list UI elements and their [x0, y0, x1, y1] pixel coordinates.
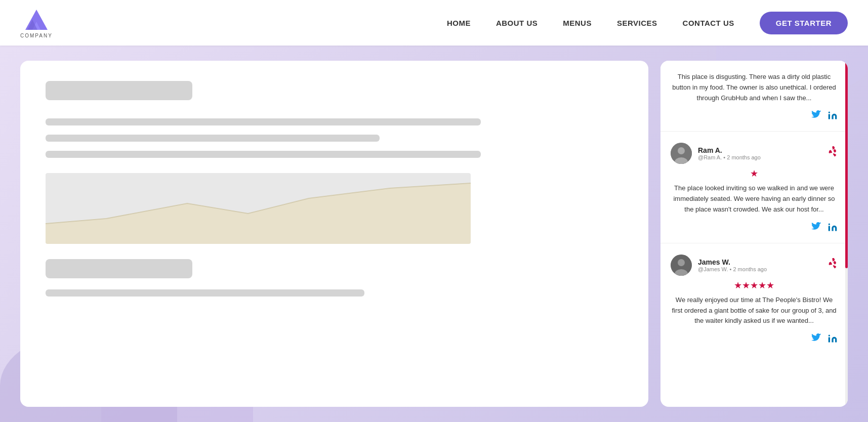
nav-contact[interactable]: CONTACT US: [683, 19, 734, 27]
review-2-avatar: [671, 143, 692, 164]
review-3-linkedin-icon[interactable]: [828, 333, 838, 346]
review-card-2: Ram A. @Ram A. • 2 months ago ★ The plac…: [660, 132, 848, 243]
review-card-1: This place is disgusting. There was a di…: [660, 61, 848, 132]
review-1-twitter-icon[interactable]: [811, 110, 821, 123]
review-3-text: We really enjoyed our time at The People…: [671, 295, 838, 326]
skeleton-title-bar-2: [46, 259, 192, 278]
review-2-text: The place looked inviting so we walked i…: [671, 183, 838, 215]
review-3-handle: @James W. • 2 months ago: [698, 266, 820, 272]
skeleton-title-bar: [46, 81, 192, 100]
review-2-twitter-icon[interactable]: [811, 222, 821, 235]
review-3-twitter-icon[interactable]: [811, 333, 821, 346]
svg-marker-3: [46, 183, 471, 244]
review-card-3: James W. @James W. • 2 months ago ★★★★★ …: [660, 243, 848, 354]
review-3-name: James W.: [698, 258, 820, 266]
nav-links: HOME ABOUT US MENUS SERVICES CONTACT US …: [447, 12, 848, 34]
review-2-header: Ram A. @Ram A. • 2 months ago: [671, 143, 838, 164]
logo-text: COMPANY: [20, 33, 53, 38]
review-2-stars: ★: [671, 168, 838, 179]
skeleton-line-1: [46, 118, 481, 125]
review-2-share-row: [671, 222, 838, 235]
nav-home[interactable]: HOME: [447, 19, 471, 27]
review-1-text: This place is disgusting. There was a di…: [671, 72, 838, 103]
svg-point-5: [678, 147, 685, 154]
get-starter-button[interactable]: GET STARTER: [760, 12, 848, 34]
reviews-panel: This place is disgusting. There was a di…: [660, 61, 848, 407]
main-content-card: [20, 61, 648, 407]
page-body: This place is disgusting. There was a di…: [0, 46, 868, 422]
nav-services[interactable]: SERVICES: [617, 19, 657, 27]
review-3-stars: ★★★★★: [671, 280, 838, 291]
nav-about[interactable]: ABOUT US: [496, 19, 538, 27]
scroll-thumb[interactable]: [845, 61, 848, 268]
navbar: COMPANY HOME ABOUT US MENUS SERVICES CON…: [0, 0, 868, 46]
review-2-yelp-icon: [826, 146, 838, 160]
review-3-avatar: [671, 255, 692, 276]
review-3-yelp-icon: [826, 258, 838, 272]
logo[interactable]: COMPANY: [20, 8, 53, 38]
chart-svg: [46, 173, 471, 244]
review-2-name: Ram A.: [698, 146, 820, 154]
logo-icon: [23, 8, 50, 32]
skeleton-line-3: [46, 151, 481, 158]
skeleton-line-4: [46, 289, 364, 297]
svg-point-8: [678, 259, 685, 266]
review-3-header: James W. @James W. • 2 months ago: [671, 255, 838, 276]
review-1-share-row: [671, 110, 838, 123]
review-2-info: Ram A. @Ram A. • 2 months ago: [698, 146, 820, 160]
review-3-info: James W. @James W. • 2 months ago: [698, 258, 820, 272]
review-2-linkedin-icon[interactable]: [828, 222, 838, 235]
chart-area: [46, 173, 471, 244]
review-2-handle: @Ram A. • 2 months ago: [698, 154, 820, 160]
review-3-share-row: [671, 333, 838, 346]
review-1-linkedin-icon[interactable]: [828, 110, 838, 123]
nav-menus[interactable]: MENUS: [563, 19, 592, 27]
skeleton-line-2: [46, 135, 380, 142]
